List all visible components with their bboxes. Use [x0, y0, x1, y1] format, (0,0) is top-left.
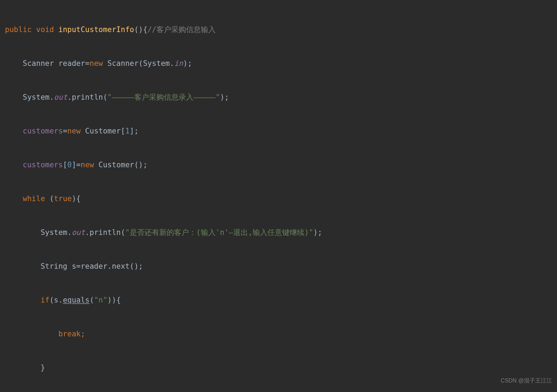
code-line: customers=new Customer[1]; — [5, 123, 552, 139]
code-editor[interactable]: public void inputCustomerInfo(){//客户采购信息… — [0, 0, 557, 392]
text: Scanner reader= — [23, 59, 90, 68]
static-field: out — [54, 93, 67, 101]
string-literal: "—————客户采购信息录入—————" — [107, 93, 220, 101]
punct: ); — [183, 59, 192, 68]
keyword-new: new — [67, 127, 81, 135]
static-field: out — [72, 228, 85, 237]
number: 1 — [125, 127, 130, 135]
keyword-new: new — [89, 59, 103, 68]
keyword-public: public — [5, 25, 32, 34]
text: Scanner(System. — [103, 59, 174, 68]
punct: (){ — [134, 25, 148, 34]
keyword-while: while — [23, 194, 45, 203]
punct: ); — [220, 93, 229, 101]
code-line: break; — [5, 325, 552, 342]
string-literal: "n" — [94, 296, 107, 304]
keyword-break: break — [58, 330, 81, 338]
keyword-true: true — [54, 194, 72, 203]
method-name: inputCustomerInfo — [58, 25, 134, 34]
static-field: in — [174, 59, 183, 68]
text: String s=reader.next(); — [41, 262, 143, 270]
watermark: CSDN @混子王江江 — [501, 372, 552, 389]
code-line: String s=reader.next(); — [5, 258, 552, 275]
comment: //客户采购信息输入 — [148, 25, 216, 34]
keyword-void: void — [36, 25, 54, 34]
field: customers — [23, 161, 63, 169]
code-line: customers[0]=new Customer(); — [5, 156, 552, 173]
keyword-if: if — [41, 296, 49, 304]
code-line: Scanner reader=new Scanner(System.in); — [5, 55, 552, 72]
keyword-new: new — [81, 161, 94, 169]
code-line: System.out.println("—————客户采购信息录入—————")… — [5, 89, 552, 106]
text: .println( — [67, 93, 107, 101]
brace: } — [41, 363, 45, 372]
code-line: if(s.equals("n")){ — [5, 292, 552, 309]
code-line: while (true){ — [5, 190, 552, 207]
field: customers — [23, 127, 63, 135]
code-line: } — [5, 359, 552, 376]
code-line: public void inputCustomerInfo(){//客户采购信息… — [5, 21, 552, 38]
number: 0 — [67, 161, 72, 169]
method-equals: equals — [63, 296, 89, 304]
text: System. — [23, 93, 54, 101]
code-line: System.out.println("是否还有新的客户：(输入'n'—退出,输… — [5, 224, 552, 241]
string-literal: "是否还有新的客户：(输入'n'—退出,输入任意键继续)" — [125, 228, 313, 237]
